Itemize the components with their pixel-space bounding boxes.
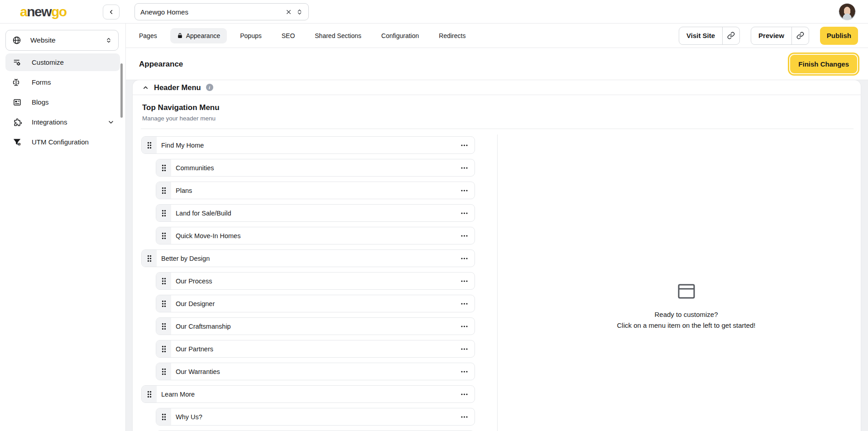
chevron-up-down-icon[interactable] (296, 9, 303, 15)
sidebar-item-label: UTM Configuration (32, 138, 89, 146)
finish-changes-button[interactable]: Finish Changes (790, 55, 857, 73)
menu-item-row[interactable]: Why Us? (156, 408, 475, 426)
visit-site-button-group: Visit Site (679, 27, 740, 45)
site-tabs-bar: Pages Appearance Popups SEO Shared Secti… (126, 24, 868, 48)
menu-item-label: Why Us? (176, 413, 202, 421)
tab-configuration[interactable]: Configuration (374, 28, 426, 43)
more-options-button[interactable] (458, 389, 470, 399)
tab-shared-sections[interactable]: Shared Sections (308, 28, 368, 43)
drag-handle[interactable] (156, 408, 171, 425)
drag-handle[interactable] (142, 250, 157, 267)
menu-item-row[interactable]: Our Craftsmanship (156, 317, 475, 335)
logo-part: new (27, 4, 51, 19)
more-options-button[interactable] (458, 276, 470, 286)
menu-item-row[interactable]: Learn More (141, 385, 475, 403)
visit-site-button[interactable]: Visit Site (679, 27, 722, 44)
drag-handle[interactable] (156, 159, 171, 176)
tab-pages[interactable]: Pages (132, 28, 164, 43)
menu-item-row[interactable]: Our Warranties (156, 363, 475, 380)
menu-item-label: Our Designer (176, 300, 215, 307)
more-options-button[interactable] (458, 208, 470, 218)
tab-seo[interactable]: SEO (275, 28, 302, 43)
website-selector[interactable]: Website (5, 30, 119, 51)
menu-item-label: Learn More (161, 391, 195, 398)
drag-handle[interactable] (156, 295, 171, 312)
more-options-button[interactable] (458, 321, 470, 331)
menu-item-row[interactable]: Communities (156, 159, 475, 177)
menu-item-row[interactable]: Our Designer (156, 295, 475, 312)
menu-item-row[interactable]: Find My Home (141, 136, 475, 154)
more-options-button[interactable] (458, 344, 470, 354)
menu-item-label: Find My Home (161, 142, 204, 149)
tab-appearance[interactable]: Appearance (170, 28, 227, 43)
external-link-icon[interactable] (722, 27, 739, 44)
menu-item-label: Quick Move-In Homes (176, 232, 240, 239)
info-icon[interactable]: i (206, 84, 213, 91)
sidebar-scrollbar-thumb[interactable] (120, 63, 123, 118)
page-title: Appearance (139, 48, 183, 80)
sidebar-item-blogs[interactable]: Blogs (5, 93, 120, 111)
website-selector-label: Website (30, 36, 56, 44)
sidebar-item-customize[interactable]: Customize (5, 53, 120, 71)
logo-part: go (51, 4, 67, 19)
more-options-button[interactable] (458, 254, 470, 263)
sidebar-collapse-button[interactable] (103, 5, 120, 19)
more-options-button[interactable] (458, 163, 470, 173)
menu-item-label: Better by Design (161, 255, 210, 262)
subsection-description: Manage your header menu (142, 115, 851, 122)
divider (141, 129, 854, 129)
sidebar-nav: Customize Forms Blogs Integrations (0, 53, 125, 151)
top-actions: Visit Site Preview Publish (679, 27, 858, 45)
sidebar-item-forms[interactable]: Forms (5, 73, 120, 91)
workspace: Header Menu i Top Navigation Menu Manage… (126, 80, 868, 431)
menu-item-row[interactable]: Better by Design (141, 249, 475, 267)
tab-redirects[interactable]: Redirects (432, 28, 472, 43)
section-title: Header Menu (154, 83, 201, 92)
sidebar: Website Customize Forms Blogs (0, 24, 126, 431)
logo-part: a (20, 4, 27, 19)
drag-handle[interactable] (142, 137, 157, 153)
menu-item-label: Our Process (176, 278, 212, 285)
menu-item-label: Communities (176, 164, 214, 172)
more-options-button[interactable] (458, 412, 470, 422)
menu-item-row[interactable]: Our Partners (156, 340, 475, 358)
preview-button[interactable]: Preview (751, 27, 791, 44)
menu-item-row[interactable]: Plans (156, 182, 475, 199)
drag-handle[interactable] (156, 205, 171, 221)
drag-handle[interactable] (156, 227, 171, 244)
sidebar-item-label: Integrations (32, 118, 67, 126)
external-link-icon[interactable] (791, 27, 809, 44)
drag-handle[interactable] (156, 340, 171, 357)
drag-handle[interactable] (142, 386, 157, 402)
clear-icon[interactable] (285, 9, 292, 15)
project-selector-value: Anewgo Homes (140, 8, 188, 16)
publish-button[interactable]: Publish (820, 27, 858, 45)
header-menu-card: Header Menu i Top Navigation Menu Manage… (133, 80, 861, 431)
newspaper-icon (13, 98, 22, 107)
tab-popups[interactable]: Popups (233, 28, 268, 43)
more-options-button[interactable] (458, 140, 470, 150)
drag-handle[interactable] (156, 273, 171, 289)
menu-item-label: Our Craftsmanship (176, 323, 231, 330)
project-selector[interactable]: Anewgo Homes (134, 3, 309, 20)
header-menu-section-header[interactable]: Header Menu i (133, 80, 861, 95)
more-options-button[interactable] (458, 299, 470, 309)
avatar[interactable] (839, 3, 856, 20)
more-options-button[interactable] (458, 367, 470, 377)
sidebar-item-utm-configuration[interactable]: $ UTM Configuration (5, 133, 120, 151)
menu-item-row[interactable]: Our Process (156, 272, 475, 290)
preview-button-group: Preview (751, 27, 809, 45)
drag-handle[interactable] (156, 318, 171, 335)
more-options-button[interactable] (458, 231, 470, 241)
sidebar-item-integrations[interactable]: Integrations (5, 113, 120, 131)
drag-handle[interactable] (156, 182, 171, 199)
tab-label: Appearance (186, 32, 221, 39)
drag-handle[interactable] (156, 363, 171, 380)
more-options-button[interactable] (458, 186, 470, 196)
menu-item-row[interactable]: Land for Sale/Build (156, 204, 475, 222)
svg-text:$: $ (19, 143, 20, 145)
menu-item-row[interactable]: Quick Move-In Homes (156, 227, 475, 244)
empty-state-description: Click on a menu item on the left to get … (512, 321, 861, 329)
sidebar-item-label: Customize (32, 58, 64, 66)
chevron-up-icon[interactable] (142, 84, 149, 91)
